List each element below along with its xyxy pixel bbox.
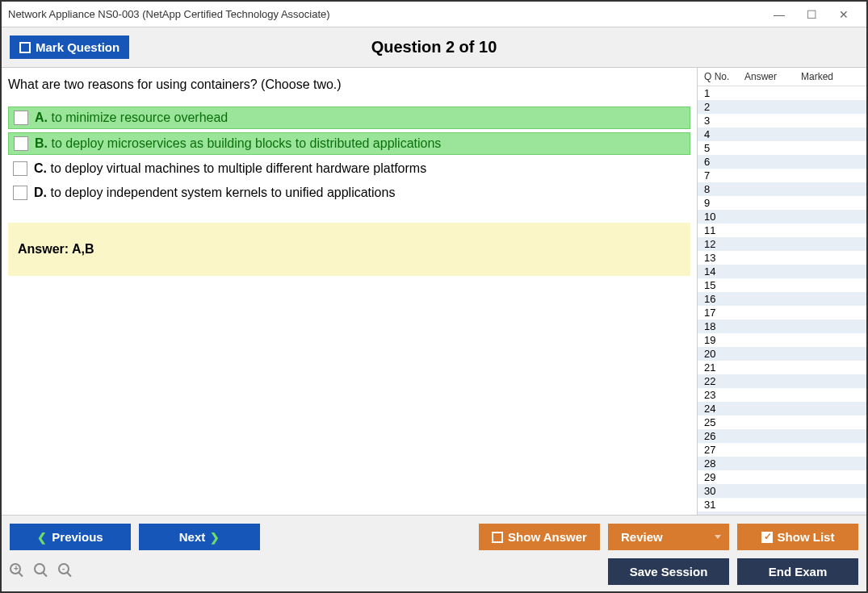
zoom-in-icon[interactable]: +: [10, 563, 27, 581]
option-checkbox[interactable]: [14, 111, 28, 125]
checkbox-icon: [19, 42, 31, 53]
list-row[interactable]: 22: [698, 374, 866, 388]
option-checkbox[interactable]: [13, 161, 27, 176]
list-row[interactable]: 4: [698, 127, 866, 141]
list-row[interactable]: 32: [698, 512, 866, 515]
previous-button[interactable]: ❮ Previous: [10, 524, 131, 550]
option-row[interactable]: C. to deploy virtual machines to multipl…: [8, 158, 690, 179]
option-checkbox[interactable]: [13, 186, 27, 200]
list-row[interactable]: 15: [698, 278, 866, 292]
list-row[interactable]: 2: [698, 100, 866, 114]
chevron-down-icon: [715, 535, 721, 539]
list-row-qno: 10: [704, 211, 744, 223]
header-qno: Q No.: [704, 71, 744, 82]
list-row-qno: 21: [704, 361, 744, 374]
list-row[interactable]: 7: [698, 169, 866, 182]
list-row-qno: 16: [704, 293, 744, 305]
list-row-qno: 25: [704, 416, 744, 428]
list-row[interactable]: 14: [698, 265, 866, 278]
list-row-qno: 7: [704, 169, 744, 182]
list-row-qno: 19: [704, 334, 744, 346]
show-list-button[interactable]: Show List: [737, 524, 858, 550]
list-row[interactable]: 3: [698, 114, 866, 127]
list-row-qno: 13: [704, 252, 744, 264]
list-row-qno: 22: [704, 375, 744, 387]
maximize-button[interactable]: ☐: [795, 3, 828, 26]
list-row-qno: 32: [704, 512, 744, 515]
end-exam-button[interactable]: End Exam: [737, 558, 858, 585]
review-label: Review: [621, 530, 663, 544]
app-window: Network Appliance NS0-003 (NetApp Certif…: [0, 0, 868, 593]
chevron-left-icon: ❮: [37, 531, 47, 544]
list-row[interactable]: 20: [698, 347, 866, 361]
list-header: Q No. Answer Marked: [698, 68, 866, 86]
next-label: Next: [179, 530, 206, 544]
list-row[interactable]: 16: [698, 292, 866, 306]
list-row[interactable]: 18: [698, 319, 866, 333]
window-controls: — ☐ ✕: [763, 3, 860, 26]
list-row[interactable]: 30: [698, 484, 866, 498]
review-button[interactable]: Review: [608, 524, 729, 550]
body: What are two reasons for using container…: [2, 68, 866, 515]
list-row-qno: 15: [704, 279, 744, 291]
list-row[interactable]: 11: [698, 223, 866, 237]
list-row[interactable]: 9: [698, 196, 866, 210]
list-row[interactable]: 21: [698, 361, 866, 374]
footer: ❮ Previous Next ❯ Show Answer Review Sho…: [2, 515, 866, 591]
list-row[interactable]: 12: [698, 237, 866, 251]
list-row-qno: 18: [704, 320, 744, 332]
option-checkbox[interactable]: [14, 136, 28, 151]
save-session-button[interactable]: Save Session: [608, 558, 729, 585]
list-row-qno: 27: [704, 444, 744, 456]
window-title: Network Appliance NS0-003 (NetApp Certif…: [8, 8, 763, 20]
list-row[interactable]: 19: [698, 333, 866, 347]
list-row[interactable]: 17: [698, 306, 866, 319]
show-answer-button[interactable]: Show Answer: [479, 524, 600, 550]
list-row-qno: 5: [704, 142, 744, 154]
list-row-qno: 24: [704, 403, 744, 415]
list-row[interactable]: 27: [698, 443, 866, 457]
list-row[interactable]: 28: [698, 457, 866, 470]
next-button[interactable]: Next ❯: [139, 524, 260, 550]
list-row-qno: 8: [704, 183, 744, 195]
list-row-qno: 2: [704, 101, 744, 113]
previous-label: Previous: [52, 530, 103, 544]
list-row-qno: 28: [704, 457, 744, 470]
titlebar: Network Appliance NS0-003 (NetApp Certif…: [2, 2, 866, 27]
header-marked: Marked: [801, 71, 863, 82]
main-panel: What are two reasons for using container…: [2, 68, 697, 515]
toolbar: Mark Question Question 2 of 10: [2, 27, 866, 68]
option-row[interactable]: B. to deploy microservices as building b…: [8, 132, 690, 155]
list-row[interactable]: 23: [698, 388, 866, 402]
option-row[interactable]: A. to minimize resource overhead: [8, 106, 690, 129]
header-answer: Answer: [744, 71, 801, 82]
zoom-out-icon[interactable]: -: [58, 563, 76, 581]
list-row[interactable]: 29: [698, 470, 866, 484]
list-row[interactable]: 24: [698, 402, 866, 416]
question-list-panel: Q No. Answer Marked 12345678910111213141…: [697, 68, 866, 515]
list-row-qno: 6: [704, 156, 744, 168]
list-row[interactable]: 13: [698, 251, 866, 265]
list-row[interactable]: 8: [698, 182, 866, 196]
zoom-reset-icon[interactable]: [34, 563, 52, 581]
chevron-right-icon: ❯: [210, 531, 220, 544]
mark-question-button[interactable]: Mark Question: [10, 35, 129, 59]
list-row-qno: 4: [704, 128, 744, 140]
list-row-qno: 9: [704, 197, 744, 209]
list-row[interactable]: 26: [698, 429, 866, 443]
close-button[interactable]: ✕: [828, 3, 860, 26]
minimize-button[interactable]: —: [763, 3, 795, 26]
list-row[interactable]: 25: [698, 416, 866, 429]
list-row[interactable]: 5: [698, 141, 866, 155]
list-row[interactable]: 1: [698, 86, 866, 100]
list-row[interactable]: 31: [698, 498, 866, 512]
list-row[interactable]: 6: [698, 155, 866, 169]
answer-box: Answer: A,B: [8, 223, 690, 276]
list-row-qno: 30: [704, 485, 744, 497]
list-row[interactable]: 10: [698, 210, 866, 223]
option-row[interactable]: D. to deploy independent system kernels …: [8, 182, 690, 203]
option-label: B. to deploy microservices as building b…: [35, 136, 441, 151]
checkbox-icon: [492, 532, 503, 543]
checkbox-checked-icon: [761, 532, 773, 543]
question-list[interactable]: 1234567891011121314151617181920212223242…: [698, 86, 866, 515]
